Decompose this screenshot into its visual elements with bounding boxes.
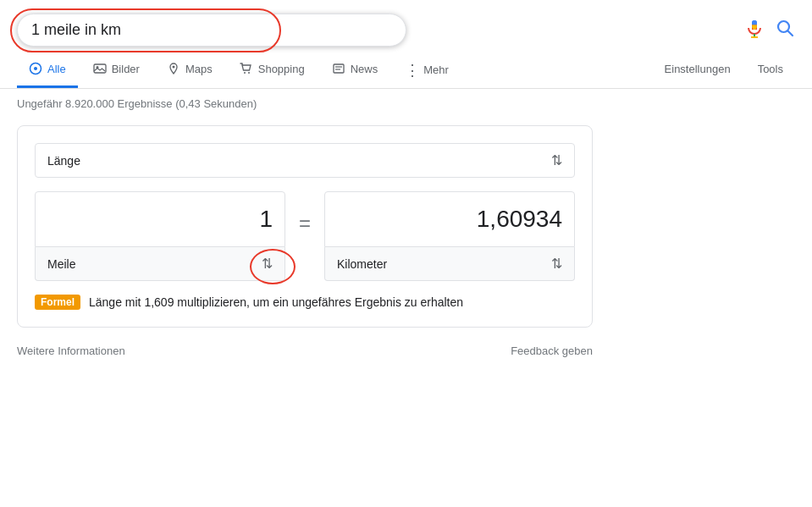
bilder-icon bbox=[93, 62, 107, 75]
tab-mehr[interactable]: ⋮ Mehr bbox=[393, 52, 461, 88]
alle-icon bbox=[29, 62, 42, 75]
search-query: 1 meile in km bbox=[31, 21, 392, 39]
header: 1 meile in km bbox=[0, 0, 812, 47]
search-bar-wrapper: 1 meile in km bbox=[17, 14, 406, 47]
mehr-dots-icon: ⋮ bbox=[405, 63, 420, 78]
converter-row: 1 Meile ⇅ = 1,60934 Kilometer ⇅ bbox=[35, 191, 575, 281]
search-svg bbox=[775, 18, 795, 38]
search-bar[interactable]: 1 meile in km bbox=[17, 14, 406, 47]
tab-maps-label: Maps bbox=[185, 63, 213, 75]
tab-news[interactable]: News bbox=[320, 52, 390, 88]
tab-shopping[interactable]: Shopping bbox=[228, 52, 317, 88]
to-unit-box: Kilometer ⇅ bbox=[324, 247, 575, 281]
shopping-icon bbox=[240, 62, 253, 75]
tab-maps[interactable]: Maps bbox=[155, 52, 224, 88]
formula-text: Länge mit 1,609 multiplizieren, um ein u… bbox=[89, 295, 463, 309]
more-info-text: Weitere Informationen bbox=[17, 344, 125, 357]
nav-tabs: Alle Bilder Maps Shopping News ⋮ Mehr Ei… bbox=[0, 52, 812, 89]
maps-icon bbox=[167, 62, 180, 75]
settings-link[interactable]: Einstellungen bbox=[653, 52, 743, 88]
feedback-text: Feedback geben bbox=[511, 344, 593, 357]
formula-badge: Formel bbox=[35, 295, 80, 310]
from-input-block: 1 Meile ⇅ bbox=[35, 191, 285, 281]
feedback-link[interactable]: Feedback geben bbox=[511, 344, 593, 357]
svg-point-13 bbox=[248, 72, 250, 74]
card-footer: Weitere Informationen Feedback geben bbox=[0, 334, 610, 367]
to-value: 1,60934 bbox=[477, 206, 562, 232]
tools-label: Tools bbox=[758, 63, 783, 75]
category-selector[interactable]: Länge ⇅ bbox=[35, 143, 575, 178]
tab-mehr-label: Mehr bbox=[423, 63, 449, 76]
nav-settings: Einstellungen Tools bbox=[653, 52, 795, 88]
from-unit-arrows-wrapper: ⇅ bbox=[262, 256, 273, 272]
tab-news-label: News bbox=[351, 63, 378, 75]
from-value: 1 bbox=[259, 206, 273, 232]
tab-alle-label: Alle bbox=[47, 63, 66, 75]
to-input-block: 1,60934 Kilometer ⇅ bbox=[324, 191, 575, 281]
to-unit-label: Kilometer bbox=[337, 257, 387, 271]
svg-rect-14 bbox=[334, 64, 344, 73]
tools-link[interactable]: Tools bbox=[746, 52, 795, 88]
svg-point-8 bbox=[34, 67, 37, 70]
formula-bar: Formel Länge mit 1,609 multiplizieren, u… bbox=[35, 295, 575, 310]
from-unit-label: Meile bbox=[47, 257, 75, 271]
svg-point-11 bbox=[172, 66, 174, 69]
mic-icon[interactable] bbox=[744, 19, 765, 41]
svg-point-12 bbox=[244, 72, 246, 74]
more-info-link[interactable]: Weitere Informationen bbox=[17, 344, 125, 357]
converter-card: Länge ⇅ 1 Meile ⇅ = 1,60934 K bbox=[17, 125, 593, 328]
equals-text: = bbox=[299, 212, 311, 234]
results-count-text: Ungefähr 8.920.000 Ergebnisse (0,43 Seku… bbox=[17, 97, 257, 110]
category-label: Länge bbox=[47, 154, 80, 168]
news-icon bbox=[332, 62, 345, 75]
svg-rect-9 bbox=[94, 64, 106, 73]
from-unit-box: Meile ⇅ bbox=[35, 247, 285, 281]
search-submit-icon[interactable] bbox=[775, 18, 795, 43]
from-unit-arrows-icon[interactable]: ⇅ bbox=[262, 256, 273, 271]
to-unit-arrows-icon[interactable]: ⇅ bbox=[551, 256, 562, 272]
svg-line-6 bbox=[788, 30, 793, 36]
search-icons bbox=[744, 18, 795, 43]
tab-bilder-label: Bilder bbox=[112, 63, 140, 75]
svg-rect-3 bbox=[752, 20, 757, 25]
results-count: Ungefähr 8.920.000 Ergebnisse (0,43 Seku… bbox=[0, 89, 812, 118]
from-value-box[interactable]: 1 bbox=[35, 191, 285, 247]
mic-svg bbox=[744, 19, 765, 39]
category-arrows-icon: ⇅ bbox=[551, 152, 562, 168]
equals-sign: = bbox=[296, 212, 314, 235]
tab-bilder[interactable]: Bilder bbox=[81, 52, 152, 88]
settings-label: Einstellungen bbox=[665, 63, 731, 75]
to-value-box[interactable]: 1,60934 bbox=[324, 191, 575, 247]
tab-alle[interactable]: Alle bbox=[17, 52, 78, 88]
tab-shopping-label: Shopping bbox=[258, 63, 305, 75]
